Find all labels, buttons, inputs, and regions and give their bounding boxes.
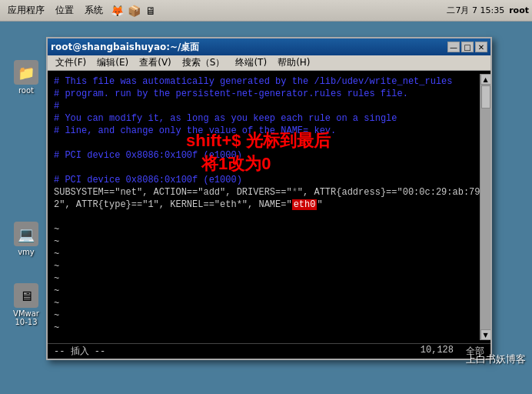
terminal-content[interactable]: # This file was automatically generated … xyxy=(48,71,490,343)
term-tilde-7: ~ xyxy=(54,297,474,309)
term-line-8 xyxy=(54,162,474,174)
term-line-11: 2", ATTR{type}=="1", KERNEL=="eth*", NAM… xyxy=(54,199,474,223)
icon-label-root: root xyxy=(18,86,34,95)
term-line-2: # program. run by the persistent-net-gen… xyxy=(54,88,474,100)
taskbar-left: 应用程序 位置 系统 🦊 📦 🖥 xyxy=(3,2,158,18)
terminal-scrollbar[interactable]: ▲ ▼ xyxy=(480,74,490,340)
term-tilde-2: ~ xyxy=(54,235,474,248)
scrollbar-thumb[interactable] xyxy=(481,85,490,109)
menu-system[interactable]: 系统 xyxy=(80,2,108,18)
term-line-10: SUBSYSTEM=="net", ACTION=="add", DRIVERS… xyxy=(54,186,474,199)
term-line-5: # line, and change only the value of the… xyxy=(54,125,474,137)
menu-terminal[interactable]: 终端(T) xyxy=(231,55,271,70)
terminal-statusbar: -- 插入 -- 10,128 全部 xyxy=(48,343,490,359)
firefox-icon[interactable]: 🦊 xyxy=(109,4,125,18)
term-line-3: # xyxy=(54,100,474,112)
term-tilde-3: ~ xyxy=(54,248,474,260)
menu-search[interactable]: 搜索（S） xyxy=(178,55,230,70)
monitor-icon[interactable]: 🖥 xyxy=(143,4,158,18)
term-tilde-6: ~ xyxy=(54,285,474,297)
taskbar-right: 二7月 7 15:35 root xyxy=(447,5,529,16)
icon-label-vm: vmy xyxy=(18,248,35,256)
menu-location[interactable]: 位置 xyxy=(51,2,78,18)
status-mode: -- 插入 -- xyxy=(54,345,105,358)
terminal-titlebar[interactable]: root@shangbaishuyao:~/桌面 — □ ✕ xyxy=(48,38,490,55)
status-position: 10,128 xyxy=(421,345,454,358)
term-line-9: # PCI device 0x8086:0x100f (e1000) xyxy=(54,174,474,186)
vm-icon: 💻 xyxy=(14,222,38,246)
term-line-1: # This file was automatically generated … xyxy=(54,75,474,88)
package-icon[interactable]: 📦 xyxy=(126,4,141,18)
terminal-window-buttons: — □ ✕ xyxy=(447,42,487,52)
menu-help[interactable]: 帮助(H) xyxy=(273,55,314,70)
term-tilde-9: ~ xyxy=(54,322,474,334)
scrollbar-up[interactable]: ▲ xyxy=(480,74,491,85)
term-line-4: # You can modify it, as long as you keep… xyxy=(54,112,474,125)
username: root xyxy=(509,5,529,15)
terminal-menubar: 文件(F) 编辑(E) 查看(V) 搜索（S） 终端(T) 帮助(H) xyxy=(48,55,490,71)
scrollbar-track[interactable] xyxy=(480,85,491,329)
desktop-icon-vmware[interactable]: 🖥 VMwar10-13 xyxy=(3,283,49,326)
folder-icon: 📁 xyxy=(14,60,38,85)
desktop: 📁 root 💻 vmy 🖥 VMwar10-13 root@shangbais… xyxy=(0,22,532,394)
icon-label-vmware: VMwar10-13 xyxy=(13,309,39,326)
terminal-window: root@shangbaishuyao:~/桌面 — □ ✕ 文件(F) 编辑(… xyxy=(46,37,492,360)
close-button[interactable]: ✕ xyxy=(475,42,487,52)
term-tilde-8: ~ xyxy=(54,309,474,322)
menu-view[interactable]: 查看(V) xyxy=(135,55,176,70)
menu-apps[interactable]: 应用程序 xyxy=(3,2,49,18)
term-line-7: # PCI device 0x8086:0x100f (e1000) xyxy=(54,149,474,162)
term-tilde-4: ~ xyxy=(54,260,474,272)
terminal-title: root@shangbaishuyao:~/桌面 xyxy=(51,41,200,54)
datetime: 二7月 7 15:35 xyxy=(447,5,504,16)
term-tilde-5: ~ xyxy=(54,272,474,285)
vmware-icon: 🖥 xyxy=(14,283,38,308)
scrollbar-down[interactable]: ▼ xyxy=(480,329,491,340)
desktop-icon-root[interactable]: 📁 root xyxy=(3,60,49,95)
blog-watermark: 上白书妖博客 xyxy=(466,352,526,366)
desktop-icon-vm[interactable]: 💻 vmy xyxy=(3,222,49,256)
taskbar-top: 应用程序 位置 系统 🦊 📦 🖥 二7月 7 15:35 root xyxy=(0,0,532,22)
minimize-button[interactable]: — xyxy=(447,42,460,52)
maximize-button[interactable]: □ xyxy=(461,42,474,52)
term-tilde-1: ~ xyxy=(54,223,474,235)
menu-edit[interactable]: 编辑(E) xyxy=(92,55,133,70)
menu-file[interactable]: 文件(F) xyxy=(51,55,91,70)
term-line-6 xyxy=(54,137,474,149)
terminal-text[interactable]: # This file was automatically generated … xyxy=(48,74,480,340)
